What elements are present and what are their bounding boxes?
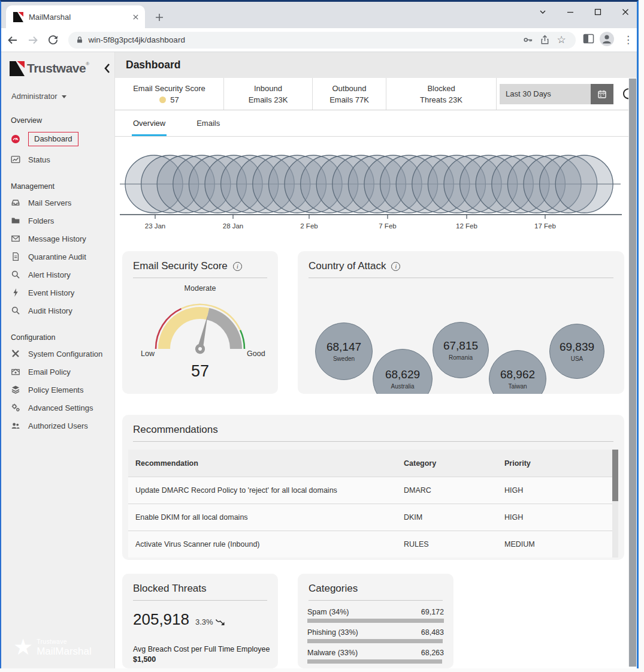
info-icon[interactable] xyxy=(391,262,400,271)
sidebar-item-dashboard[interactable]: Dashboard xyxy=(1,128,114,150)
recommendations-card: Recommendations Recommendation Category … xyxy=(122,415,624,560)
gears-icon xyxy=(11,403,20,412)
url-text: win-5f8g3pct4jk/dashboard xyxy=(89,35,519,44)
bubble-value: 68,147 xyxy=(326,340,361,354)
table-row[interactable]: Update DMARC Record Policy to 'reject' f… xyxy=(128,477,618,504)
categories-bar-chart: Spam (34%) 69,172 Phishing (33%) 68,483 xyxy=(298,601,453,664)
tab-emails[interactable]: Emails xyxy=(195,119,221,136)
sidebar-collapse-button[interactable] xyxy=(103,62,111,77)
bubble-country: Australia xyxy=(391,383,415,390)
page-title: Dashboard xyxy=(126,59,180,71)
password-manager-button[interactable] xyxy=(519,33,536,47)
sidebar-item-label: Quarantine Audit xyxy=(28,252,86,261)
key-icon xyxy=(522,34,534,46)
search-icon xyxy=(11,270,20,279)
plus-icon xyxy=(155,13,164,22)
profile-button[interactable] xyxy=(599,31,615,49)
country-bubble: 68,147 Sweden xyxy=(315,323,373,380)
tab-overview[interactable]: Overview xyxy=(132,119,167,136)
category-bar xyxy=(307,619,444,623)
back-icon xyxy=(7,34,19,46)
new-tab-button[interactable] xyxy=(151,9,168,26)
blocked-threats-total: 205,918 xyxy=(133,610,189,629)
sidebar-item-audit-history[interactable]: Audit History xyxy=(1,302,114,320)
sidebar-item-label: Folders xyxy=(28,216,54,225)
minimize-icon xyxy=(566,7,575,17)
sidebar-item-advanced-settings[interactable]: Advanced Settings xyxy=(1,399,114,417)
table-scrollbar[interactable] xyxy=(612,450,618,558)
browser-menu-button[interactable]: ⋮ xyxy=(619,34,637,46)
trustwave-logo: Trustwave® xyxy=(1,52,114,77)
country-bubble: 68,962 Taiwan xyxy=(489,350,546,394)
table-row[interactable]: Enable DKIM for all local domains DKIM H… xyxy=(128,504,618,531)
sidebar-item-mail-servers[interactable]: Mail Servers xyxy=(1,194,114,212)
sidebar-item-authorized-users[interactable]: Authorized Users xyxy=(1,417,114,435)
breach-cost-label: Avg Breach Cost per Full Time Employee xyxy=(133,644,272,655)
reload-button[interactable] xyxy=(44,31,62,49)
email-security-score-card: Email Security Score Moderate xyxy=(122,251,278,394)
cell-priority: HIGH xyxy=(504,486,618,495)
window-minimize-button[interactable] xyxy=(560,3,581,21)
footer-product: MailMarshal xyxy=(37,646,92,656)
window-maximize-button[interactable] xyxy=(587,3,609,21)
caret-down-icon xyxy=(62,95,66,98)
document-icon xyxy=(11,252,20,261)
sidebar-item-system-configuration[interactable]: System Configuration xyxy=(1,345,114,363)
table-row[interactable]: Activate Virus Scanner rule (Inbound) RU… xyxy=(128,531,618,558)
email-volume-timeline-chart: 23 Jan 28 Jan 2 Feb 7 Feb 12 Feb 17 Feb xyxy=(115,137,637,235)
breach-cost-value: $1,500 xyxy=(133,655,272,665)
sidebar-item-alert-history[interactable]: Alert History xyxy=(1,266,114,284)
sidebar-item-label: Audit History xyxy=(28,306,72,315)
url-bar[interactable]: win-5f8g3pct4jk/dashboard ☆ xyxy=(68,32,576,49)
score-gauge: Moderate Low Good xyxy=(133,282,267,363)
calendar-button[interactable] xyxy=(591,84,613,104)
sidebar-item-event-history[interactable]: Event History xyxy=(1,284,114,302)
bubble-value: 68,962 xyxy=(500,368,535,381)
page-scrollbar-thumb[interactable] xyxy=(629,79,636,667)
table-scrollbar-thumb[interactable] xyxy=(612,450,618,501)
country-bubble: 68,629 Australia xyxy=(373,349,433,394)
back-button[interactable] xyxy=(4,31,22,49)
sidebar-item-message-history[interactable]: Message History xyxy=(1,230,114,248)
sidebar-item-policy-elements[interactable]: Policy Elements xyxy=(1,381,114,399)
section-label-overview: Overview xyxy=(1,114,114,128)
sidebar-item-folders[interactable]: Folders xyxy=(1,212,114,230)
window-chevron-button[interactable] xyxy=(532,3,554,21)
sidebar-item-status[interactable]: Status xyxy=(1,150,114,168)
browser-toolbar: win-5f8g3pct4jk/dashboard ☆ xyxy=(1,28,637,52)
bubble-country: Taiwan xyxy=(508,383,527,390)
mailmarshal-favicon-icon xyxy=(13,12,23,22)
user-menu[interactable]: Administrator xyxy=(1,77,114,101)
date-range-value[interactable]: Last 30 Days xyxy=(500,84,591,104)
forward-icon xyxy=(27,34,39,46)
browser-tab-strip: MailMarshal xyxy=(1,2,637,28)
bubble-country: Sweden xyxy=(333,355,355,362)
bubble-value: 67,815 xyxy=(443,339,478,352)
category-label: Phishing (33%) xyxy=(307,628,358,637)
side-panel-button[interactable] xyxy=(583,34,594,46)
stat-inbound: Inbound Emails 23K xyxy=(224,78,313,110)
calendar-icon xyxy=(597,89,607,99)
timeline-svg: 23 Jan 28 Jan 2 Feb 7 Feb 12 Feb 17 Feb xyxy=(120,140,625,234)
bookmark-button[interactable]: ☆ xyxy=(553,33,570,47)
sidebar-item-email-policy[interactable]: Email Policy xyxy=(1,363,114,381)
category-label: Malware (33%) xyxy=(307,649,358,657)
reload-icon xyxy=(47,34,59,46)
stat-label: Email Security Score xyxy=(115,83,223,94)
mail-server-icon xyxy=(11,198,20,207)
score-status-dot xyxy=(159,97,166,103)
category-row: Malware (33%) 68,263 xyxy=(307,649,444,664)
sidebar-item-quarantine-audit[interactable]: Quarantine Audit xyxy=(1,248,114,266)
sidebar-item-label: Alert History xyxy=(28,270,71,279)
page-scrollbar[interactable] xyxy=(628,79,637,667)
tab-close-icon[interactable] xyxy=(132,14,139,20)
share-button[interactable] xyxy=(536,33,553,47)
browser-tab[interactable]: MailMarshal xyxy=(6,5,145,28)
forward-button[interactable] xyxy=(24,31,42,49)
gauge-max-label: Good xyxy=(247,349,265,358)
sidebar: Trustwave® Administrator Overview xyxy=(1,52,115,668)
info-icon[interactable] xyxy=(233,262,242,271)
window-close-button[interactable] xyxy=(615,3,636,21)
stat-email-security-score: Email Security Score 57 xyxy=(115,78,224,110)
date-range-picker[interactable]: Last 30 Days xyxy=(500,84,613,104)
